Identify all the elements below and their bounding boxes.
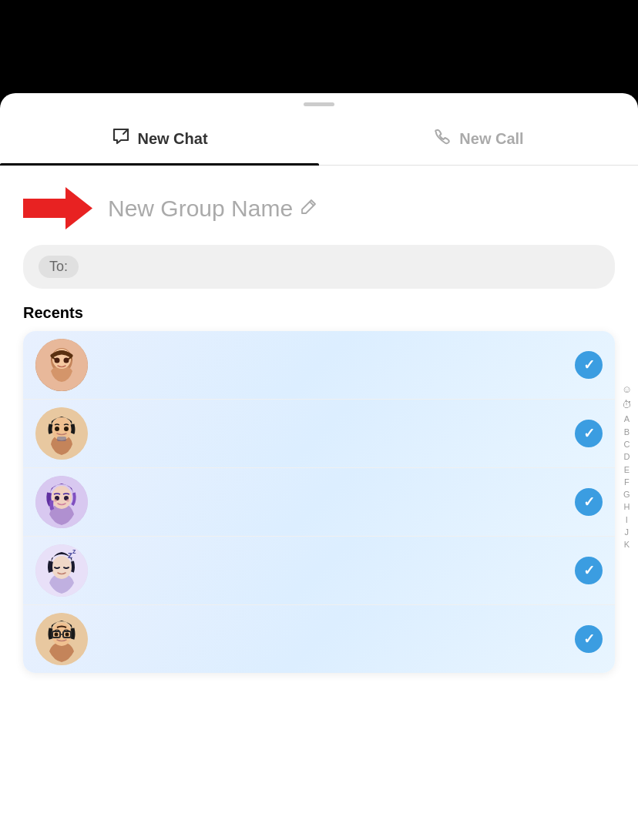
emoji-icon[interactable]: ☺ — [622, 383, 632, 397]
svg-point-26 — [55, 633, 59, 637]
to-field-container: To: — [23, 245, 615, 289]
alpha-i[interactable]: I — [626, 514, 628, 525]
svg-point-8 — [55, 427, 59, 431]
pencil-icon — [301, 198, 317, 219]
check-circle: ✓ — [575, 420, 603, 447]
avatar — [35, 407, 88, 460]
alpha-e[interactable]: E — [624, 464, 630, 475]
alpha-b[interactable]: B — [624, 427, 630, 437]
tab-new-chat[interactable]: New Chat — [0, 112, 319, 165]
alpha-k[interactable]: K — [624, 540, 630, 551]
contact-row[interactable]: ✓ — [23, 331, 615, 400]
svg-rect-10 — [57, 437, 66, 441]
alpha-d[interactable]: D — [623, 451, 630, 462]
tab-bar: New Chat New Call — [0, 112, 638, 166]
phone-icon — [433, 126, 453, 151]
recents-section: Recents — [0, 304, 638, 673]
alpha-h[interactable]: H — [623, 502, 630, 513]
alphabet-sidebar[interactable]: ☺ ⏱ A B C D E F G H I J K — [622, 383, 632, 551]
svg-point-12 — [52, 486, 72, 509]
svg-point-15 — [54, 499, 57, 502]
clock-icon[interactable]: ⏱ — [622, 398, 632, 412]
alpha-j[interactable]: J — [625, 527, 630, 537]
check-circle: ✓ — [575, 488, 603, 516]
check-mark: ✓ — [583, 494, 595, 510]
to-input[interactable] — [86, 258, 599, 276]
check-circle: ✓ — [575, 351, 603, 379]
avatar — [35, 339, 88, 391]
contact-row[interactable]: ✓ — [23, 400, 615, 468]
check-mark: ✓ — [583, 562, 595, 579]
contact-row[interactable]: z z ✓ — [23, 537, 615, 605]
to-field[interactable]: To: — [23, 245, 615, 289]
check-circle: ✓ — [575, 557, 603, 584]
recents-label: Recents — [23, 304, 615, 322]
contacts-list: ✓ — [23, 331, 615, 673]
tab-new-call[interactable]: New Call — [319, 112, 638, 165]
alpha-f[interactable]: F — [624, 477, 630, 487]
group-name-placeholder: New Group Name — [108, 196, 293, 222]
avatar — [35, 613, 88, 665]
check-mark: ✓ — [583, 356, 595, 373]
svg-point-9 — [64, 427, 69, 431]
tab-new-call-label: New Call — [459, 130, 523, 148]
chat-icon — [111, 126, 131, 151]
alpha-g[interactable]: G — [623, 489, 630, 500]
alpha-a[interactable]: A — [624, 414, 630, 425]
to-label: To: — [39, 256, 79, 278]
tab-new-chat-label: New Chat — [137, 130, 207, 148]
check-mark: ✓ — [583, 631, 595, 648]
contact-row[interactable]: ✓ — [23, 468, 615, 537]
svg-point-5 — [64, 358, 69, 363]
avatar: z z — [35, 544, 88, 597]
group-name-display[interactable]: New Group Name — [108, 196, 317, 222]
drag-handle[interactable] — [304, 102, 334, 106]
check-mark: ✓ — [583, 425, 595, 442]
svg-text:z: z — [72, 547, 76, 555]
bottom-sheet: New Chat New Call New Group Name — [0, 93, 638, 840]
avatar — [35, 476, 88, 528]
group-name-section: New Group Name — [0, 166, 638, 245]
svg-point-27 — [65, 633, 69, 637]
svg-point-16 — [66, 499, 69, 502]
svg-marker-0 — [23, 187, 92, 229]
alpha-c[interactable]: C — [623, 439, 630, 450]
check-circle: ✓ — [575, 625, 603, 653]
contact-row[interactable]: ✓ — [23, 605, 615, 673]
arrow-icon — [23, 187, 92, 229]
svg-point-4 — [55, 358, 60, 363]
